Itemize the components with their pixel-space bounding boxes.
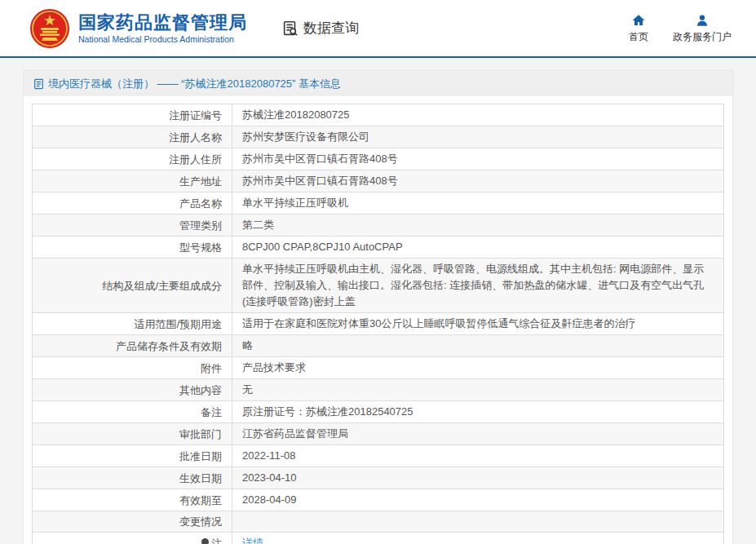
table-row: 注册人住所 苏州市吴中区胥口镇石胥路408号 [33, 148, 724, 170]
header: 国家药品监督管理局 National Medical Products Admi… [0, 0, 756, 58]
field-label: 管理类别 [33, 215, 232, 237]
content-panel: 境内医疗器械（注册） —— “苏械注准20182080725” 基本信息 注册证… [23, 70, 733, 544]
table-row: 注 详情 [33, 533, 724, 544]
table-row: 适用范围/预期用途 适用于在家庭和医院对体重30公斤以上睡眠呼吸暂停低通气综合征… [33, 313, 724, 335]
table-row: 产品储存条件及有效期 略 [33, 335, 724, 357]
table-row: 其他内容 无 [33, 379, 724, 401]
field-label: 型号规格 [33, 237, 232, 259]
agency-title: 国家药品监督管理局 [78, 12, 247, 33]
table-row: 备注 原注册证号：苏械注准20182540725 [33, 401, 724, 423]
nav-portal[interactable]: 政务服务门户 [673, 13, 732, 44]
field-value: 无 [232, 379, 724, 401]
table-row: 生产地址 苏州市吴中区胥口镇石胥路408号 [33, 170, 724, 192]
data-query-section[interactable]: 数据查询 [281, 19, 359, 38]
field-label: 有效期至 [33, 489, 232, 511]
field-value: 2022-11-08 [232, 445, 724, 467]
field-value: 单水平持续正压呼吸机 [232, 192, 724, 215]
nav-portal-label: 政务服务门户 [673, 30, 732, 44]
field-value: 8CPJ00 CPAP,8CPJ10 AutoCPAP [232, 237, 724, 259]
table-row: 型号规格 8CPJ00 CPAP,8CPJ10 AutoCPAP [33, 237, 724, 259]
field-value: 苏州市吴中区胥口镇石胥路408号 [232, 170, 724, 192]
field-value: 详情 [232, 533, 724, 544]
field-label: 注 [33, 533, 232, 544]
field-value: 苏州市吴中区胥口镇石胥路408号 [232, 148, 724, 170]
field-value: 2023-04-10 [232, 467, 724, 489]
national-emblem-icon [29, 8, 70, 49]
table-row: 产品名称 单水平持续正压呼吸机 [33, 192, 724, 215]
table-row: 生效日期 2023-04-10 [33, 467, 724, 489]
field-label: 结构及组成/主要组成成分 [33, 259, 232, 313]
registration-info-table: 注册证编号 苏械注准20182080725 注册人名称 苏州安梦医疗设备有限公司… [32, 104, 724, 544]
header-nav: 首页 政务服务门户 [629, 13, 732, 44]
field-value: 苏械注准20182080725 [232, 104, 724, 126]
field-value: 适用于在家庭和医院对体重30公斤以上睡眠呼吸暂停低通气综合征及鼾症患者的治疗 [232, 313, 724, 335]
agency-name: 国家药品监督管理局 National Medical Products Admi… [78, 12, 247, 45]
data-query-label: 数据查询 [303, 19, 359, 38]
field-label: 生效日期 [33, 467, 232, 489]
field-label: 变更情况 [33, 511, 232, 533]
field-label: 适用范围/预期用途 [33, 313, 232, 335]
data-query-icon [281, 20, 299, 38]
panel-body: 注册证编号 苏械注准20182080725 注册人名称 苏州安梦医疗设备有限公司… [24, 96, 732, 544]
field-label: 批准日期 [33, 445, 232, 467]
table-row: 注册人名称 苏州安梦医疗设备有限公司 [33, 126, 724, 148]
agency-subtitle: National Medical Products Administration [78, 33, 247, 45]
field-value: 产品技术要求 [232, 357, 724, 379]
field-value [232, 511, 724, 533]
field-label: 注册人名称 [33, 126, 232, 148]
field-label: 备注 [33, 401, 232, 423]
table-row: 变更情况 [33, 511, 724, 533]
agency-logo: 国家药品监督管理局 National Medical Products Admi… [29, 8, 247, 49]
details-link[interactable]: 详情 [242, 537, 263, 544]
user-icon [695, 13, 710, 28]
field-label: 注册证编号 [33, 104, 232, 126]
bulb-icon [201, 538, 209, 544]
field-label: 产品储存条件及有效期 [33, 335, 232, 357]
table-row: 批准日期 2022-11-08 [33, 445, 724, 467]
field-value: 2028-04-09 [232, 489, 724, 511]
info-table-body: 注册证编号 苏械注准20182080725 注册人名称 苏州安梦医疗设备有限公司… [33, 104, 724, 544]
field-label: 生产地址 [33, 170, 232, 192]
field-label: 产品名称 [33, 192, 232, 215]
table-row: 有效期至 2028-04-09 [33, 489, 724, 511]
field-value: 第二类 [232, 215, 724, 237]
field-value: 单水平持续正压呼吸机由主机、湿化器、呼吸管路、电源线组成。其中主机包括: 网电源… [232, 259, 724, 313]
document-icon [33, 78, 44, 90]
table-row: 管理类别 第二类 [33, 215, 724, 237]
field-value: 江苏省药品监督管理局 [232, 423, 724, 445]
home-icon [631, 13, 646, 28]
table-row: 注册证编号 苏械注准20182080725 [33, 104, 724, 126]
field-label: 其他内容 [33, 379, 232, 401]
table-row: 附件 产品技术要求 [33, 357, 724, 379]
table-row: 审批部门 江苏省药品监督管理局 [33, 423, 724, 445]
breadcrumb: 境内医疗器械（注册） —— “苏械注准20182080725” 基本信息 [24, 71, 732, 96]
field-label: 注册人住所 [33, 148, 232, 170]
field-label: 附件 [33, 357, 232, 379]
field-label: 审批部门 [33, 423, 232, 445]
nav-home[interactable]: 首页 [629, 13, 648, 44]
breadcrumb-text: 境内医疗器械（注册） —— “苏械注准20182080725” 基本信息 [48, 77, 341, 91]
field-value: 略 [232, 335, 724, 357]
nav-home-label: 首页 [629, 30, 648, 44]
field-value: 苏州安梦医疗设备有限公司 [232, 126, 724, 148]
table-row: 结构及组成/主要组成成分 单水平持续正压呼吸机由主机、湿化器、呼吸管路、电源线组… [33, 259, 724, 313]
field-value: 原注册证号：苏械注准20182540725 [232, 401, 724, 423]
